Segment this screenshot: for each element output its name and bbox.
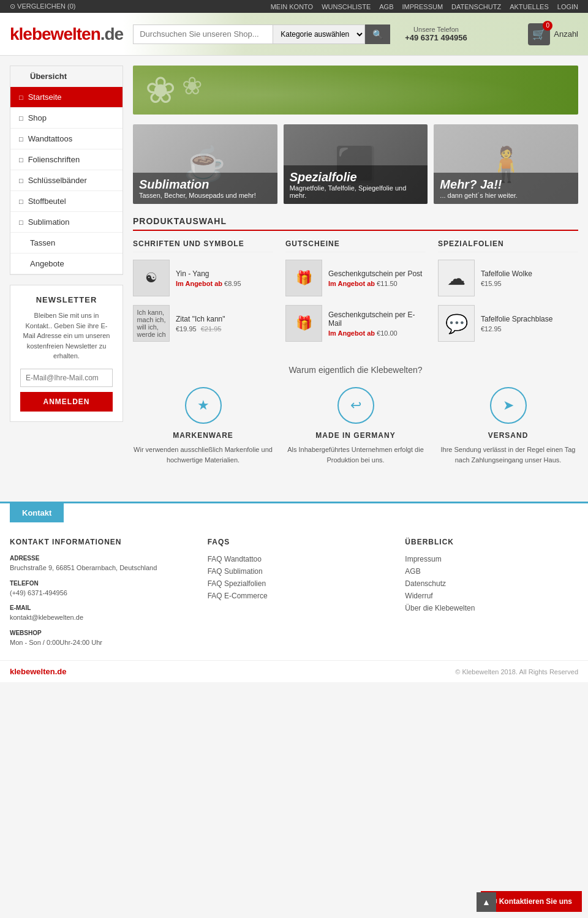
header-phone: Unsere Telefon +49 6371 494956 bbox=[405, 26, 467, 42]
nav-datenschutz[interactable]: DATENSCHUTZ bbox=[451, 3, 501, 10]
sidebar-item-shop[interactable]: □ Shop bbox=[10, 108, 123, 129]
top-nav: MEIN KONTO WUNSCHLISTE AGB IMPRESSUM DAT… bbox=[271, 3, 578, 10]
product-thumb-tafelfolie-sprachblase[interactable]: 💬 bbox=[438, 305, 475, 342]
why-items: ★ MARKENWARE Wir verwenden ausschließlic… bbox=[133, 387, 578, 465]
price-yin-yang: €8.95 bbox=[224, 280, 241, 287]
nav-wunschliste[interactable]: WUNSCHLISTE bbox=[322, 3, 371, 10]
newsletter-submit-button[interactable]: ANMELDEN bbox=[20, 392, 113, 412]
why-title-markenware: MARKENWARE bbox=[133, 431, 273, 440]
product-price-zitat: €19.95 €21.95 bbox=[176, 325, 273, 333]
sidebar-item-angebote[interactable]: Angebote bbox=[10, 254, 123, 274]
uberblick-link-impressum[interactable]: Impressum bbox=[405, 555, 578, 563]
shop-icon: □ bbox=[19, 115, 23, 122]
sidebar-label-folienschriften: Folienschriften bbox=[28, 155, 80, 164]
cart-badge: 0 bbox=[543, 21, 552, 31]
uberblick-link-datenschutz[interactable]: Datenschutz bbox=[405, 579, 578, 588]
footer-bottom-logo: klebewelten.de bbox=[10, 667, 66, 676]
nav-agb[interactable]: AGB bbox=[379, 3, 393, 10]
sidebar-label-wandtattoos: Wandtattoos bbox=[28, 134, 73, 143]
price-tafelfolie-wolke: €15.95 bbox=[481, 280, 502, 287]
footer-col-faqs: FAQS FAQ Wandtattoo FAQ Sublimation FAQ … bbox=[208, 538, 381, 648]
sidebar-label-angebote: Angebote bbox=[30, 259, 64, 268]
price-zitat: €19.95 bbox=[176, 325, 197, 333]
newsletter-email-input[interactable] bbox=[20, 369, 113, 387]
product-grid: SCHRIFTEN UND SYMBOLE ☯ Yin - Yang Im An… bbox=[133, 239, 578, 350]
product-thumb-gutschein-post[interactable]: 🎁 bbox=[285, 260, 322, 296]
footer-label-webshop: WEBSHOP bbox=[10, 630, 183, 636]
why-text-markenware: Wir verwenden ausschließlich Markenfolie… bbox=[133, 445, 273, 465]
sidebar-item-stoffbeutel[interactable]: □ Stoffbeutel bbox=[10, 191, 123, 212]
product-thumb-gutschein-email[interactable]: 🎁 bbox=[285, 305, 322, 342]
footer-content: KONTAKT INFORMATIONEN ADRESSE Bruchstraß… bbox=[0, 523, 588, 660]
section-title-produktauswahl: PRODUKTAUSWAHL bbox=[133, 216, 578, 231]
footer-col-title-kontakt: KONTAKT INFORMATIONEN bbox=[10, 538, 183, 546]
sidebar-item-sublimation[interactable]: □ Sublimation bbox=[10, 212, 123, 233]
product-thumb-zitat[interactable]: Ich kann,mach ich,will ich,werde ich bbox=[133, 305, 170, 342]
product-banners: ☕ Sublimation Tassen, Becher, Mousepads … bbox=[133, 124, 578, 204]
spezialfolie-banner[interactable]: ⬛ Spezialfolie Magnetfolie, Tafelfolie, … bbox=[284, 124, 428, 204]
footer-label-adresse: ADRESSE bbox=[10, 555, 183, 562]
search-input[interactable] bbox=[133, 24, 273, 44]
product-price-yin-yang: Im Angebot ab €8.95 bbox=[176, 280, 273, 287]
price-gutschein-email: €10.00 bbox=[377, 329, 398, 337]
product-info-zitat: Zitat "Ich kann" €19.95 €21.95 bbox=[176, 315, 273, 333]
compare-label[interactable]: ⊙ VERGLEICHEN (0) bbox=[10, 2, 75, 10]
top-bar: ⊙ VERGLEICHEN (0) MEIN KONTO WUNSCHLISTE… bbox=[0, 0, 588, 13]
footer-text-webshop: Mon - Son / 0:00Uhr-24:00 Uhr bbox=[10, 638, 183, 649]
faq-link-sublimation[interactable]: FAQ Sublimation bbox=[208, 567, 381, 576]
product-col-schriften: SCHRIFTEN UND SYMBOLE ☯ Yin - Yang Im An… bbox=[133, 239, 273, 350]
sublimation-banner[interactable]: ☕ Sublimation Tassen, Becher, Mousepads … bbox=[133, 124, 277, 204]
cart-icon-container[interactable]: 🛒 0 bbox=[528, 23, 550, 45]
nav-impressum[interactable]: IMPRESSUM bbox=[402, 3, 443, 10]
product-thumb-tafelfolie-wolke[interactable]: ☁ bbox=[438, 260, 475, 296]
product-item-tafelfolie-wolke: ☁ Tafelfolie Wolke €15.95 bbox=[438, 260, 578, 296]
offer-label-gutschein-email: Im Angebot ab bbox=[328, 329, 375, 337]
mehr-banner[interactable]: 🧍 Mehr? Ja!! ... dann geht´s hier weiter… bbox=[434, 124, 578, 204]
product-info-gutschein-email: Geschenkgutschein per E-Mail Im Angebot … bbox=[328, 310, 426, 337]
product-thumb-yin-yang[interactable]: ☯ bbox=[133, 260, 170, 296]
product-item-gutschein-post: 🎁 Geschenkgutschein per Post Im Angebot … bbox=[285, 260, 426, 296]
uberblick-link-widerruf[interactable]: Widerruf bbox=[405, 592, 578, 600]
col-title-spezialfolien: SPEZIALFOLIEN bbox=[438, 239, 578, 252]
why-title-made-in-germany: MADE IN GERMANY bbox=[285, 431, 426, 440]
sidebar-label-startseite: Startseite bbox=[28, 92, 62, 102]
nav-mein-konto[interactable]: MEIN KONTO bbox=[271, 3, 313, 10]
mehr-banner-subtitle: ... dann geht´s hier weiter. bbox=[440, 192, 572, 199]
footer: Kontakt KONTAKT INFORMATIONEN ADRESSE Br… bbox=[0, 502, 588, 682]
schlusselbander-icon: □ bbox=[19, 177, 23, 184]
nav-login[interactable]: LOGIN bbox=[557, 3, 578, 10]
sidebar-item-tassen[interactable]: Tassen bbox=[10, 233, 123, 254]
sidebar-item-schlusselbander[interactable]: □ Schlüsselbänder bbox=[10, 170, 123, 191]
product-item-yin-yang: ☯ Yin - Yang Im Angebot ab €8.95 bbox=[133, 260, 273, 296]
why-section: Warum eigentlich die Klebewelten? ★ MARK… bbox=[133, 365, 578, 465]
sublimation-banner-title: Sublimation bbox=[139, 178, 271, 192]
search-bar: Kategorie auswählen 🔍 bbox=[133, 24, 390, 44]
search-button[interactable]: 🔍 bbox=[365, 24, 390, 44]
nav-aktuelles[interactable]: AKTUELLES bbox=[510, 3, 549, 10]
newsletter-text: Bleiben Sie mit uns in Kontakt.. Geben S… bbox=[20, 310, 113, 361]
uberblick-link-agb[interactable]: AGB bbox=[405, 567, 578, 576]
made-in-germany-icon: ↩ bbox=[337, 387, 374, 424]
category-select[interactable]: Kategorie auswählen bbox=[273, 24, 365, 44]
sidebar-item-folienschriften[interactable]: □ Folienschriften bbox=[10, 149, 123, 170]
why-item-markenware: ★ MARKENWARE Wir verwenden ausschließlic… bbox=[133, 387, 273, 465]
sidebar-item-startseite[interactable]: □ Startseite bbox=[10, 87, 123, 108]
header-cart[interactable]: 🛒 0 Anzahl bbox=[528, 23, 578, 45]
sidebar-item-ubersicht[interactable]: Übersicht bbox=[10, 66, 123, 87]
hero-banner: ❀ ❀ bbox=[133, 66, 578, 115]
logo[interactable]: klebewelten.de bbox=[10, 24, 123, 44]
newsletter-box: NEWSLETTER Bleiben Sie mit uns in Kontak… bbox=[10, 285, 123, 422]
product-name-tafelfolie-wolke: Tafelfolie Wolke bbox=[481, 269, 578, 278]
product-name-gutschein-email: Geschenkgutschein per E-Mail bbox=[328, 310, 426, 328]
mehr-banner-title: Mehr? Ja!! bbox=[440, 178, 572, 192]
footer-col-uberblick: ÜBERBLICK Impressum AGB Datenschutz Wide… bbox=[405, 538, 578, 648]
faq-link-wandtattoo[interactable]: FAQ Wandtattoo bbox=[208, 555, 381, 563]
product-name-zitat: Zitat "Ich kann" bbox=[176, 315, 273, 323]
spezialfolie-banner-title: Spezialfolie bbox=[290, 170, 422, 184]
logo-text: klebewelten bbox=[10, 24, 100, 43]
sidebar-item-wandtattoos[interactable]: □ Wandtattoos bbox=[10, 129, 123, 149]
faq-link-ecommerce[interactable]: FAQ E-Commerce bbox=[208, 592, 381, 600]
faq-link-spezialfolien[interactable]: FAQ Spezialfolien bbox=[208, 579, 381, 588]
spezialfolie-banner-overlay: Spezialfolie Magnetfolie, Tafelfolie, Sp… bbox=[284, 165, 428, 204]
uberblick-link-uber[interactable]: Über die Klebewelten bbox=[405, 604, 578, 612]
